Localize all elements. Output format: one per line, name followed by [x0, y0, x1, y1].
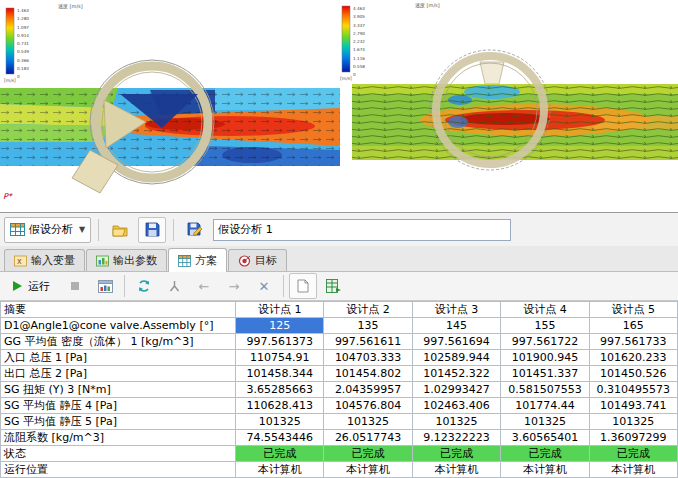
value-cell[interactable]: 101774.44	[501, 398, 589, 414]
new-document-button[interactable]	[289, 273, 317, 299]
value-cell[interactable]: 155	[501, 318, 589, 334]
value-cell[interactable]: 104576.804	[324, 398, 412, 414]
value-cell[interactable]: 101454.802	[324, 366, 412, 382]
value-cell[interactable]: 已完成	[236, 446, 324, 462]
save-as-button[interactable]	[181, 217, 209, 243]
forward-button[interactable]: →	[220, 273, 248, 299]
analysis-name-input[interactable]	[213, 219, 511, 241]
show-results-button[interactable]	[91, 273, 119, 299]
legend-tick: 3.905	[353, 14, 365, 19]
run-button[interactable]: 运行	[6, 276, 59, 297]
column-header[interactable]: 设计点 2	[324, 302, 412, 318]
value-cell[interactable]: 101325	[501, 414, 589, 430]
goals-target-icon	[238, 255, 251, 267]
row-label[interactable]: 状态	[1, 446, 236, 462]
value-cell[interactable]: 997.561733	[589, 334, 677, 350]
row-label[interactable]: 出口 总压 2 [Pa]	[1, 366, 236, 382]
export-button[interactable]	[319, 273, 347, 299]
value-cell[interactable]: 101900.945	[501, 350, 589, 366]
value-cell[interactable]: 101325	[324, 414, 412, 430]
main-toolbar: 假设分析 ▼	[0, 213, 678, 246]
save-button[interactable]	[138, 217, 166, 243]
legend-tick: 2.790	[353, 31, 365, 36]
value-cell[interactable]: 已完成	[501, 446, 589, 462]
value-cell[interactable]: 104703.333	[324, 350, 412, 366]
value-cell[interactable]: 997.561722	[501, 334, 589, 350]
tab-label: 输出参数	[113, 253, 157, 268]
table-row: 运行位置本计算机本计算机本计算机本计算机本计算机	[1, 462, 678, 478]
stop-button[interactable]	[61, 273, 89, 299]
value-cell[interactable]: 9.12322223	[412, 430, 500, 446]
value-cell[interactable]: 已完成	[324, 446, 412, 462]
output-parameters-icon	[96, 255, 109, 267]
back-button[interactable]: ←	[190, 273, 218, 299]
value-cell[interactable]: 3.65285663	[236, 382, 324, 398]
open-button[interactable]	[106, 217, 134, 243]
legend-tick: 1.097	[17, 25, 29, 30]
value-cell[interactable]: 997.561373	[236, 334, 324, 350]
value-cell[interactable]: 101620.233	[589, 350, 677, 366]
value-cell[interactable]: 本计算机	[589, 462, 677, 478]
column-header[interactable]: 摘要	[1, 302, 236, 318]
value-cell[interactable]: 110754.91	[236, 350, 324, 366]
row-label[interactable]: SG 平均值 静压 5 [Pa]	[1, 414, 236, 430]
value-cell[interactable]: 本计算机	[412, 462, 500, 478]
header-row: 摘要设计点 1设计点 2设计点 3设计点 4设计点 5	[1, 302, 678, 318]
branch-button[interactable]	[160, 273, 188, 299]
delete-button[interactable]: ✕	[250, 273, 278, 299]
value-cell[interactable]: 101458.344	[236, 366, 324, 382]
table-row: D1@Angle1@cone valve.Assembly [°]1251351…	[1, 318, 678, 334]
show-results-icon	[98, 280, 113, 293]
value-cell[interactable]: 3.60565401	[501, 430, 589, 446]
value-cell[interactable]: 101450.526	[589, 366, 677, 382]
value-cell[interactable]: 145	[412, 318, 500, 334]
whatif-analysis-dropdown[interactable]: 假设分析 ▼	[4, 217, 91, 243]
refresh-button[interactable]	[130, 273, 158, 299]
value-cell[interactable]: 0.581507553	[501, 382, 589, 398]
value-cell[interactable]: 135	[324, 318, 412, 334]
value-cell[interactable]: 2.04359957	[324, 382, 412, 398]
value-cell[interactable]: 102463.406	[412, 398, 500, 414]
row-label[interactable]: SG 扭矩 (Y) 3 [N*m]	[1, 382, 236, 398]
value-cell[interactable]: 997.561611	[324, 334, 412, 350]
value-cell[interactable]: 74.5543446	[236, 430, 324, 446]
value-cell[interactable]: 110628.413	[236, 398, 324, 414]
value-cell[interactable]: 165	[589, 318, 677, 334]
value-cell[interactable]: 102589.944	[412, 350, 500, 366]
value-cell[interactable]: 已完成	[589, 446, 677, 462]
value-cell[interactable]: 本计算机	[236, 462, 324, 478]
right-cfd-plot: 4.4633.9053.3472.7902.2321.6741.1160.558…	[340, 0, 678, 195]
value-cell[interactable]: 1.02993427	[412, 382, 500, 398]
table-row: SG 平均值 静压 5 [Pa]101325101325101325101325…	[1, 414, 678, 430]
row-label[interactable]: D1@Angle1@cone valve.Assembly [°]	[1, 318, 236, 334]
whatif-dropdown-label: 假设分析	[29, 222, 73, 237]
value-cell[interactable]: 0.310495573	[589, 382, 677, 398]
value-cell[interactable]: 101452.322	[412, 366, 500, 382]
row-label[interactable]: 入口 总压 1 [Pa]	[1, 350, 236, 366]
value-cell[interactable]: 101493.741	[589, 398, 677, 414]
value-cell[interactable]: 本计算机	[324, 462, 412, 478]
row-label[interactable]: 流阻系数 [kg/m^3]	[1, 430, 236, 446]
value-cell[interactable]: 已完成	[412, 446, 500, 462]
column-header[interactable]: 设计点 5	[589, 302, 677, 318]
column-header[interactable]: 设计点 1	[236, 302, 324, 318]
row-label[interactable]: GG 平均值 密度（流体） 1 [kg/m^3]	[1, 334, 236, 350]
value-cell[interactable]: 101325	[236, 414, 324, 430]
value-cell[interactable]: 101325	[412, 414, 500, 430]
run-label: 运行	[28, 279, 50, 294]
tab-output-parameters[interactable]: 输出参数	[86, 249, 167, 271]
tab-input-variables[interactable]: x 输入变量	[4, 249, 85, 271]
row-label[interactable]: 运行位置	[1, 462, 236, 478]
column-header[interactable]: 设计点 4	[501, 302, 589, 318]
value-cell[interactable]: 997.561694	[412, 334, 500, 350]
value-cell[interactable]: 101451.337	[501, 366, 589, 382]
tab-scenarios[interactable]: 方案	[168, 248, 227, 272]
tab-goals[interactable]: 目标	[228, 249, 287, 271]
value-cell[interactable]: 1.36097299	[589, 430, 677, 446]
value-cell[interactable]: 26.0517743	[324, 430, 412, 446]
value-cell[interactable]: 125	[236, 318, 324, 334]
value-cell[interactable]: 101325	[589, 414, 677, 430]
row-label[interactable]: SG 平均值 静压 4 [Pa]	[1, 398, 236, 414]
value-cell[interactable]: 本计算机	[501, 462, 589, 478]
column-header[interactable]: 设计点 3	[412, 302, 500, 318]
